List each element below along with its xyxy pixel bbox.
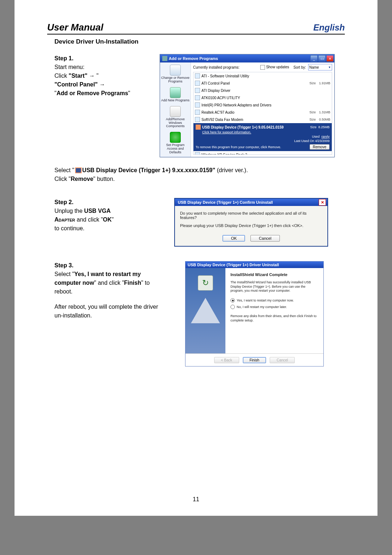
program-name: Intel(R) PRO Network Adapters and Driver…	[201, 103, 303, 107]
radio-icon	[230, 305, 235, 309]
sidebar-windows-components[interactable]: Add/Remove Windows Components	[161, 106, 190, 129]
text: →	[98, 81, 105, 88]
cancel-button[interactable]: Cancel	[250, 235, 279, 242]
sidebar-add-new[interactable]: Add New Programs	[161, 87, 190, 102]
wizard-paragraph: The InstallShield Wizard has successfull…	[230, 280, 318, 293]
arp-body: Change or Remove Programs Add New Progra…	[160, 62, 334, 157]
size-label: Size	[310, 125, 317, 129]
dialog-titlebar: USB Display Device (Trigger 1+) Confirm …	[175, 199, 327, 206]
restart-later-radio[interactable]: No, I will restart my computer later.	[230, 305, 318, 309]
arp-main: Currently installed programs: Show updat…	[191, 62, 334, 157]
text: "	[112, 216, 114, 223]
program-name: ATI - Software Uninstall Utility	[201, 74, 303, 78]
smallcaps-text: Adapter	[54, 216, 75, 223]
step1-line4: "Add or Remove Programs"	[54, 89, 160, 98]
program-icon	[195, 152, 200, 155]
sidebar-label: Add New Programs	[161, 99, 190, 102]
selected-info: Used rarely	[196, 134, 330, 138]
step1-row: Step 1. Start menu: Click "Start" → " "C…	[47, 54, 345, 157]
list-item[interactable]: ATI - Software Uninstall Utility	[193, 72, 332, 80]
program-icon	[195, 102, 200, 108]
list-item[interactable]: ATI Display Driver	[193, 87, 332, 94]
size-value: 8.25MB	[318, 125, 330, 129]
text: "	[128, 90, 130, 96]
ok-button[interactable]: OK	[222, 235, 245, 242]
sort-by-combo[interactable]: Name ▼	[308, 64, 332, 70]
support-link[interactable]: Click here for support information.	[196, 130, 330, 134]
text: " and click "	[94, 280, 124, 286]
list-item[interactable]: Intel(R) PRO Network Adapters and Driver…	[193, 101, 332, 109]
list-item[interactable]: Windows XP Service Pack 3	[193, 151, 332, 155]
bold-text: USB VGA	[84, 208, 111, 214]
dialog-title: USB Display Device (Trigger 1+) Confirm …	[178, 200, 319, 204]
add-new-icon	[170, 87, 181, 98]
list-item[interactable]: ATK0100 ACPI UTILITY	[193, 94, 332, 101]
size-label: Size	[303, 118, 316, 121]
step3-line3: reboot.	[54, 287, 185, 296]
list-item[interactable]: SoftV92 Data Fax ModemSize0.50MB	[193, 116, 332, 123]
page-header: User Manual English	[47, 22, 345, 35]
step2-line1: Unplug the USB VGA	[54, 207, 167, 215]
remove-button[interactable]: Remove	[310, 144, 330, 150]
program-icon	[195, 88, 200, 93]
program-icon	[195, 81, 200, 86]
step3-p2a: After reboot, you will complete the driv…	[54, 303, 185, 311]
bold-text: Add or Remove Programs	[57, 90, 128, 96]
wizard-footer: < Back Finish Cancel	[185, 353, 323, 366]
selected-lastused: Last Used On 4/23/2009	[196, 138, 330, 143]
dialog-buttons: OK Cancel	[175, 235, 327, 246]
program-name: ATI Display Driver	[201, 89, 303, 93]
step1-text: Step 1. Start menu: Click "Start" → " "C…	[54, 54, 160, 98]
sidebar-change-remove[interactable]: Change or Remove Programs	[161, 65, 190, 84]
list-item[interactable]: Realtek AC'97 AudioSize1.31MB	[193, 109, 332, 116]
restart-now-radio[interactable]: Yes, I want to restart my computer now.	[230, 298, 318, 303]
program-list: ATI - Software Uninstall Utility ATI Con…	[193, 72, 332, 155]
selected-program[interactable]: USB Display Device (Trigger 1+) 9.05.042…	[193, 123, 332, 151]
show-updates-checkbox[interactable]: Show updates	[260, 65, 289, 70]
arp-topline: Currently installed programs: Show updat…	[193, 64, 332, 70]
last-used: Last Used On 4/23/2009	[294, 139, 330, 143]
program-name: ATI Control Panel	[201, 81, 303, 85]
bold-text: computer now	[54, 280, 94, 286]
size-label: Size	[303, 81, 316, 85]
selected-program-icon	[196, 125, 201, 130]
chevron-down-icon: ▼	[328, 66, 331, 69]
remove-text: To remove this program from your compute…	[196, 145, 281, 149]
windows-components-icon	[170, 106, 181, 117]
confirm-uninstall-dialog: USB Display Device (Trigger 1+) Confirm …	[174, 198, 328, 247]
step2-row: Step 2. Unplug the USB VGA Adapter and c…	[54, 198, 345, 247]
maximize-button[interactable]: ▭	[318, 55, 326, 62]
close-button[interactable]: ✕	[319, 199, 326, 206]
selected-name: USB Display Device (Trigger 1+) 9.05.042…	[202, 125, 310, 129]
wizard-title: USB Display Device (Trigger 1+) Driver U…	[185, 262, 323, 268]
document-page: User Manual English Device Driver Un-Ins…	[15, 0, 377, 516]
program-icon	[195, 73, 200, 78]
sidebar-program-access[interactable]: Set Program Access and Defaults	[161, 132, 190, 154]
bold-text: OK	[103, 216, 112, 223]
wizard-dialog: USB Display Device (Trigger 1+) Driver U…	[185, 261, 324, 366]
close-button[interactable]: ✕	[326, 55, 334, 62]
selected-remove-row: To remove this program from your compute…	[196, 144, 330, 150]
wizard-icon: ↻	[198, 275, 213, 291]
list-item[interactable]: ATI Control PanelSize1.91MB	[193, 80, 332, 87]
text: " to	[141, 280, 150, 286]
text: Unplug the	[54, 208, 84, 214]
page-number: 11	[15, 496, 377, 503]
dialog-body: Do you want to completely remove the sel…	[175, 206, 327, 235]
window-buttons: _ ▭ ✕	[310, 55, 334, 62]
window-titlebar: Add or Remove Programs _ ▭ ✕	[160, 54, 334, 62]
bold-text: USB Display Device (Trigger 1+) 9.xx.xxx…	[82, 167, 215, 173]
change-remove-icon	[170, 65, 181, 76]
minimize-button[interactable]: _	[310, 55, 318, 62]
step1-line3: "Control Panel" →	[54, 80, 160, 89]
selected-size: Size 8.25MB	[310, 125, 330, 129]
finish-button[interactable]: Finish	[243, 357, 266, 363]
combo-value: Name	[309, 65, 319, 69]
selected-top: USB Display Device (Trigger 1+) 9.05.042…	[196, 125, 330, 130]
used-label: Used	[312, 135, 319, 138]
back-button: < Back	[214, 357, 239, 363]
program-name: ATK0100 ACPI UTILITY	[201, 96, 303, 100]
used-value: rarely	[321, 135, 330, 138]
bold-text: Yes, I want to restart my	[74, 271, 141, 277]
size-value: 1.91MB	[316, 81, 330, 85]
